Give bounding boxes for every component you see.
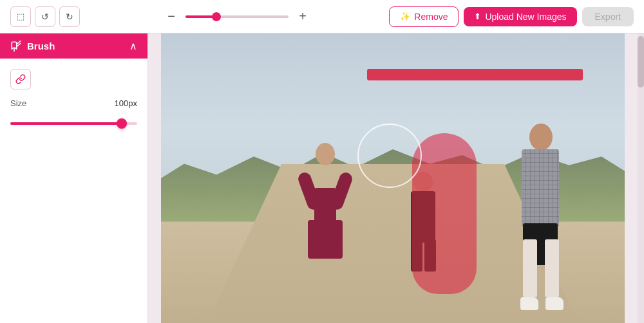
frame-icon: ⬚ <box>17 12 24 21</box>
size-slider-fill <box>10 122 122 125</box>
toolbar: ⬚ ↺ ↻ − + ✨ Remove ⬆ Upload New Images E… <box>0 0 644 33</box>
person-right-leg-r <box>545 239 559 297</box>
zoom-slider-thumb[interactable] <box>212 12 221 21</box>
brush-panel-header[interactable]: Brush ∧ <box>0 33 147 59</box>
person-right-shirt <box>522 149 559 226</box>
main-content: Brush ∧ Size 100px <box>0 33 644 323</box>
remove-button[interactable]: ✨ Remove <box>389 6 459 27</box>
brush-panel-body: Size 100px <box>0 59 147 140</box>
size-slider-thumb[interactable] <box>117 118 127 129</box>
brush-link-btn[interactable] <box>10 69 31 89</box>
upload-icon: ⬆ <box>474 12 481 21</box>
person-left-head <box>316 143 335 165</box>
size-row: Size 100px <box>10 98 137 108</box>
zoom-control: − + <box>162 8 312 26</box>
canvas-area[interactable] <box>148 33 638 323</box>
sidebar: Brush ∧ Size 100px <box>0 33 148 323</box>
person-right-leg-l <box>523 239 537 297</box>
person-right-head <box>529 124 553 151</box>
red-overlay-top <box>367 69 583 80</box>
undo-icon: ↺ <box>41 12 49 22</box>
undo-button[interactable]: ↺ <box>35 6 55 27</box>
brush-panel-title-group: Brush <box>10 41 55 52</box>
scrollbar-thumb[interactable] <box>638 36 644 88</box>
collapse-icon[interactable]: ∧ <box>129 40 137 52</box>
person-left-leg-l <box>308 220 322 259</box>
frame-button[interactable]: ⬚ <box>10 6 31 27</box>
wand-icon: ✨ <box>400 12 410 21</box>
person-left-leg-r <box>328 220 343 259</box>
person-left <box>303 143 348 259</box>
export-label: Export <box>595 12 621 22</box>
shirt-pattern <box>522 149 559 226</box>
person-right-shoe-r <box>545 297 564 310</box>
zoom-in-button[interactable]: + <box>294 8 312 26</box>
brush-icon <box>10 41 22 52</box>
size-value: 100px <box>115 98 137 108</box>
redo-button[interactable]: ↻ <box>59 6 80 27</box>
red-overlay-person <box>412 133 477 294</box>
brush-panel-title: Brush <box>27 41 55 51</box>
size-label: Size <box>10 98 26 108</box>
brush-cursor-circle <box>357 124 422 188</box>
scrollbar[interactable] <box>638 33 644 323</box>
person-right <box>515 124 567 323</box>
remove-label: Remove <box>414 12 448 22</box>
size-slider[interactable] <box>10 117 137 130</box>
person-right-shoe-l <box>520 297 538 310</box>
upload-label: Upload New Images <box>485 12 566 22</box>
zoom-slider-track[interactable] <box>185 10 289 23</box>
toolbar-left: ⬚ ↺ ↻ <box>10 6 80 27</box>
redo-icon: ↻ <box>66 12 73 22</box>
link-icon <box>15 74 26 84</box>
photo-scene <box>161 33 625 323</box>
zoom-out-button[interactable]: − <box>162 8 180 26</box>
upload-button[interactable]: ⬆ Upload New Images <box>464 7 576 26</box>
export-button: Export <box>582 7 634 26</box>
